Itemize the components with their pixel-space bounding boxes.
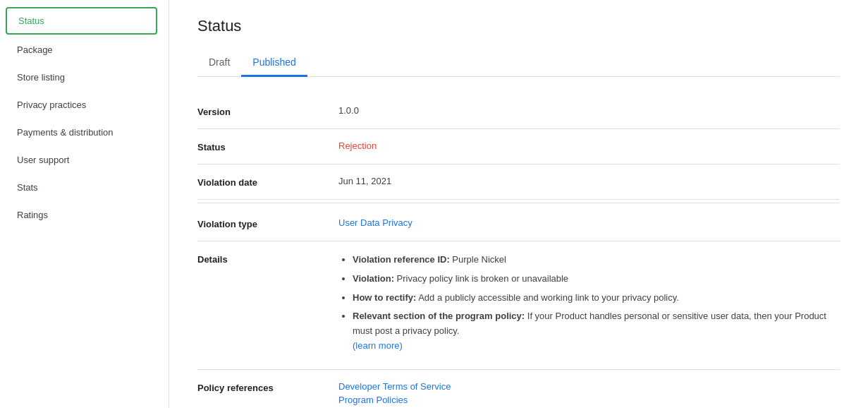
violation-type-link[interactable]: User Data Privacy bbox=[338, 217, 840, 228]
sidebar-item-store-listing[interactable]: Store listing bbox=[0, 64, 163, 91]
policy-link-developer-terms[interactable]: Developer Terms of Service bbox=[338, 381, 840, 392]
sidebar: Status Package Store listing Privacy pra… bbox=[0, 0, 169, 408]
sidebar-item-payments-distribution[interactable]: Payments & distribution bbox=[0, 119, 163, 146]
detail-bold-4: Relevant section of the program policy: bbox=[353, 311, 525, 321]
detail-text-2: Privacy policy link is broken or unavail… bbox=[394, 273, 568, 284]
violation-date-label: Violation date bbox=[197, 176, 338, 188]
sidebar-item-stats[interactable]: Stats bbox=[0, 174, 163, 201]
sidebar-item-privacy-practices[interactable]: Privacy practices bbox=[0, 91, 163, 119]
violation-date-value: Jun 11, 2021 bbox=[338, 176, 840, 186]
version-value: 1.0.0 bbox=[338, 105, 840, 116]
separator bbox=[197, 203, 840, 203]
details-row: Details Violation reference ID: Purple N… bbox=[197, 241, 840, 370]
policy-references-row: Policy references Developer Terms of Ser… bbox=[197, 370, 840, 408]
violation-type-row: Violation type User Data Privacy bbox=[197, 206, 840, 241]
tab-published[interactable]: Published bbox=[241, 49, 307, 77]
page-title: Status bbox=[197, 17, 840, 35]
status-row: Status Rejection bbox=[197, 129, 840, 164]
detail-bold-1: Violation reference ID: bbox=[353, 254, 450, 265]
status-label: Status bbox=[197, 140, 338, 152]
detail-bold-2: Violation: bbox=[353, 273, 394, 284]
details-label: Details bbox=[197, 253, 338, 265]
details-list: Violation reference ID: Purple Nickel Vi… bbox=[338, 253, 840, 354]
info-section: Version 1.0.0 Status Rejection Violation… bbox=[197, 94, 840, 408]
detail-text-1: Purple Nickel bbox=[450, 254, 506, 265]
version-label: Version bbox=[197, 105, 338, 117]
list-item: How to rectify: Add a publicly accessibl… bbox=[353, 291, 840, 306]
violation-date-row: Violation date Jun 11, 2021 bbox=[197, 164, 840, 200]
tab-bar: Draft Published bbox=[197, 49, 840, 77]
list-item: Relevant section of the program policy: … bbox=[353, 309, 840, 353]
version-row: Version 1.0.0 bbox=[197, 94, 840, 129]
policy-references-label: Policy references bbox=[197, 381, 338, 393]
sidebar-item-ratings[interactable]: Ratings bbox=[0, 201, 163, 229]
list-item: Violation: Privacy policy link is broken… bbox=[353, 272, 840, 287]
details-value: Violation reference ID: Purple Nickel Vi… bbox=[338, 253, 840, 358]
list-item: Violation reference ID: Purple Nickel bbox=[353, 253, 840, 268]
sidebar-item-package[interactable]: Package bbox=[0, 36, 163, 64]
main-content: Status Draft Published Version 1.0.0 Sta… bbox=[169, 0, 868, 408]
detail-text-3: Add a publicly accessible and working li… bbox=[416, 292, 679, 303]
policy-link-program-policies[interactable]: Program Policies bbox=[338, 395, 840, 405]
sidebar-item-status[interactable]: Status bbox=[6, 7, 157, 35]
tab-draft[interactable]: Draft bbox=[197, 49, 241, 77]
detail-bold-3: How to rectify: bbox=[353, 292, 416, 303]
status-value: Rejection bbox=[338, 140, 840, 151]
learn-more-link[interactable]: (learn more) bbox=[353, 340, 403, 351]
sidebar-item-user-support[interactable]: User support bbox=[0, 146, 163, 174]
policy-references-value: Developer Terms of Service Program Polic… bbox=[338, 381, 840, 408]
violation-type-label: Violation type bbox=[197, 217, 338, 229]
